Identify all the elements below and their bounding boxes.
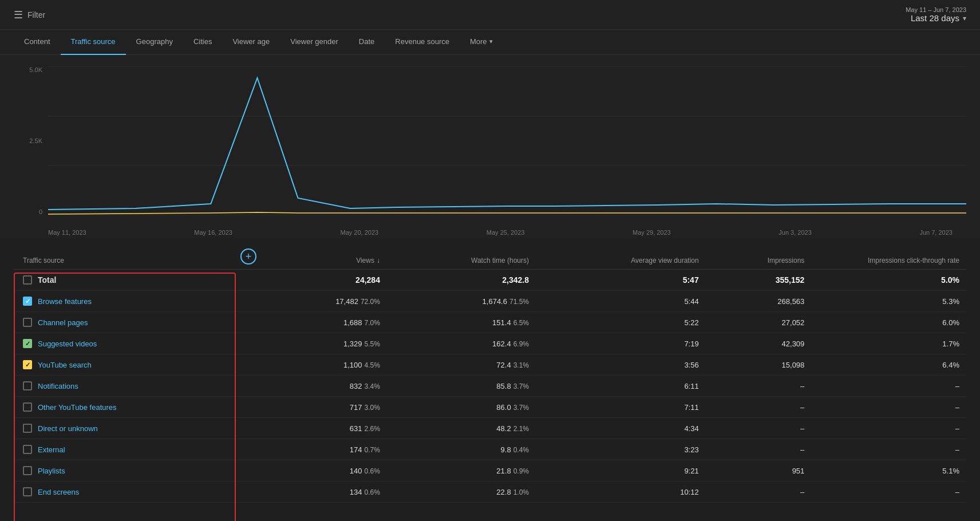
source-label-youtube_search[interactable]: YouTube search <box>38 361 92 369</box>
source-label-end_screens[interactable]: End screens <box>38 488 79 496</box>
x-label-may25: May 25, 2023 <box>487 229 525 236</box>
date-picker[interactable]: May 11 – Jun 7, 2023 Last 28 days ▾ <box>906 6 966 23</box>
add-cell-other_youtube <box>231 397 266 418</box>
source-label-channel_pages[interactable]: Channel pages <box>38 318 88 327</box>
y-label-0: 0 <box>14 208 42 215</box>
ctr-channel_pages: 6.0% <box>811 312 966 333</box>
add-cell-browse_features <box>231 291 266 312</box>
ctr-end_screens: – <box>811 481 966 503</box>
views-youtube_search: 1,1004.5% <box>266 354 387 376</box>
tab-content[interactable]: Content <box>14 30 61 55</box>
tab-traffic-source[interactable]: Traffic source <box>61 30 126 55</box>
impressions-direct_unknown: – <box>706 418 812 439</box>
more-chevron-icon: ▾ <box>489 38 493 45</box>
tab-viewer-gender[interactable]: Viewer gender <box>280 30 349 55</box>
watch-time-direct_unknown: 48.22.1% <box>387 418 536 439</box>
tab-viewer-age[interactable]: Viewer age <box>222 30 280 55</box>
col-header-watch-time: Watch time (hours) <box>387 244 536 270</box>
watch-time-external: 9.80.4% <box>387 439 536 460</box>
row-checkbox-playlists[interactable] <box>23 466 32 475</box>
add-cell-notifications <box>231 376 266 397</box>
add-cell-playlists <box>231 460 266 481</box>
filter-label: Filter <box>27 10 45 19</box>
views-direct_unknown: 6312.6% <box>266 418 387 439</box>
sort-icon[interactable]: ↓ <box>377 256 380 265</box>
add-cell-end_screens <box>231 481 266 503</box>
views-suggested_videos: 1,3295.5% <box>266 333 387 354</box>
tab-date[interactable]: Date <box>349 30 385 55</box>
watch-time-suggested_videos: 162.46.9% <box>387 333 536 354</box>
table-row: ✓ YouTube search 1,1004.5% 72.43.1% 3:56… <box>14 354 966 376</box>
watch-time-channel_pages: 151.46.5% <box>387 312 536 333</box>
y-label-5k: 5.0K <box>14 66 42 73</box>
impressions-browse_features: 268,563 <box>706 291 812 312</box>
x-label-may29: May 29, 2023 <box>633 229 671 236</box>
filter-button[interactable]: ☰ Filter <box>14 9 45 21</box>
views-browse_features: 17,48272.0% <box>266 291 387 312</box>
tab-cities[interactable]: Cities <box>183 30 223 55</box>
watch-time-youtube_search: 72.43.1% <box>387 354 536 376</box>
row-checkbox-other_youtube[interactable] <box>23 402 32 412</box>
total-label: Total <box>38 275 56 285</box>
ctr-notifications: – <box>811 376 966 397</box>
avg-duration-channel_pages: 5:22 <box>536 312 706 333</box>
source-label-playlists[interactable]: Playlists <box>38 467 65 475</box>
impressions-youtube_search: 15,098 <box>706 354 812 376</box>
col-header-source: Traffic source <box>14 244 231 270</box>
impressions-playlists: 951 <box>706 460 812 481</box>
avg-duration-end_screens: 10:12 <box>536 481 706 503</box>
tab-geography[interactable]: Geography <box>126 30 183 55</box>
row-checkbox-browse_features[interactable]: ✓ <box>23 297 32 306</box>
total-views: 24,284 <box>266 270 387 291</box>
x-label-jun3: Jun 3, 2023 <box>779 229 812 236</box>
ctr-playlists: 5.1% <box>811 460 966 481</box>
x-label-may11: May 11, 2023 <box>48 229 86 236</box>
total-ctr: 5.0% <box>811 270 966 291</box>
source-label-other_youtube[interactable]: Other YouTube features <box>38 403 117 412</box>
source-label-browse_features[interactable]: Browse features <box>38 297 92 306</box>
total-checkbox[interactable] <box>23 275 32 285</box>
ctr-browse_features: 5.3% <box>811 291 966 312</box>
views-notifications: 8323.4% <box>266 376 387 397</box>
total-add-cell <box>231 270 266 291</box>
add-cell-direct_unknown <box>231 418 266 439</box>
row-checkbox-direct_unknown[interactable] <box>23 424 32 433</box>
top-bar: ☰ Filter May 11 – Jun 7, 2023 Last 28 da… <box>0 0 980 30</box>
impressions-external: – <box>706 439 812 460</box>
table-row: ✓ Browse features 17,48272.0% 1,674.671.… <box>14 291 966 312</box>
views-channel_pages: 1,6887.0% <box>266 312 387 333</box>
col-header-ctr: Impressions click-through rate <box>811 244 966 270</box>
impressions-other_youtube: – <box>706 397 812 418</box>
date-range-sub: May 11 – Jun 7, 2023 <box>906 6 966 13</box>
watch-time-notifications: 85.83.7% <box>387 376 536 397</box>
col-header-avg-duration: Average view duration <box>536 244 706 270</box>
total-impressions: 355,152 <box>706 270 812 291</box>
table-row: External 1740.7% 9.80.4% 3:23 – – <box>14 439 966 460</box>
tabs-bar: Content Traffic source Geography Cities … <box>0 30 980 55</box>
row-checkbox-youtube_search[interactable]: ✓ <box>23 360 32 369</box>
watch-time-other_youtube: 86.03.7% <box>387 397 536 418</box>
row-checkbox-notifications[interactable] <box>23 381 32 390</box>
source-label-notifications[interactable]: Notifications <box>38 382 78 390</box>
col-header-impressions: Impressions <box>706 244 812 270</box>
add-cell-suggested_videos <box>231 333 266 354</box>
table-wrapper: Traffic source + Views ↓ Watch time (hou… <box>14 244 966 503</box>
add-cell-channel_pages <box>231 312 266 333</box>
table-row: Direct or unknown 6312.6% 48.22.1% 4:34 … <box>14 418 966 439</box>
row-checkbox-channel_pages[interactable] <box>23 318 32 327</box>
source-label-suggested_videos[interactable]: Suggested videos <box>38 340 97 348</box>
add-column-button[interactable]: + <box>240 248 256 265</box>
impressions-suggested_videos: 42,309 <box>706 333 812 354</box>
tab-more[interactable]: More ▾ <box>460 30 503 55</box>
row-checkbox-external[interactable] <box>23 445 32 454</box>
chart-area: 5.0K 2.5K 0 May 11, 2023 May 16, 2023 Ma… <box>0 55 980 238</box>
tab-revenue-source[interactable]: Revenue source <box>385 30 460 55</box>
row-checkbox-end_screens[interactable] <box>23 487 32 496</box>
ctr-external: – <box>811 439 966 460</box>
source-label-external[interactable]: External <box>38 445 65 454</box>
total-row: Total 24,284 2,342.8 5:47 355,152 5.0% <box>14 270 966 291</box>
source-label-direct_unknown[interactable]: Direct or unknown <box>38 424 98 433</box>
row-checkbox-suggested_videos[interactable]: ✓ <box>23 339 32 348</box>
filter-icon: ☰ <box>14 9 23 21</box>
views-external: 1740.7% <box>266 439 387 460</box>
